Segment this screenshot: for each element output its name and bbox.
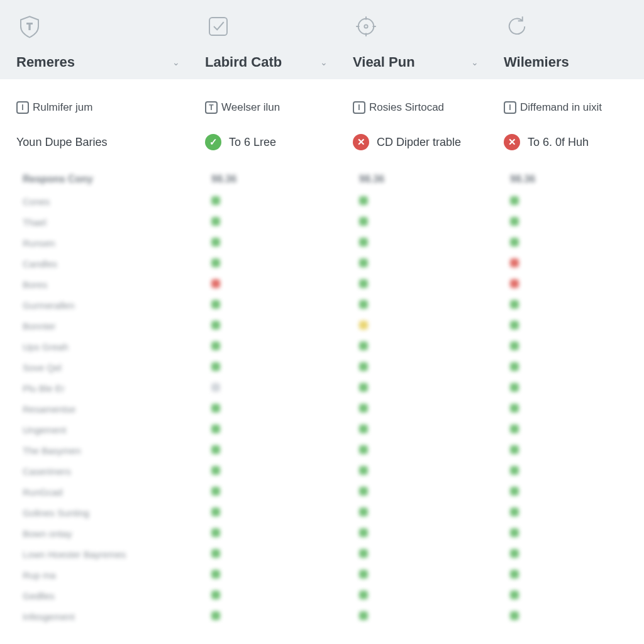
col-icon-1: [205, 13, 353, 40]
column-header-0[interactable]: Remeres ⌄: [16, 54, 205, 70]
feature-mark: [510, 300, 644, 311]
feature-mark: [211, 341, 359, 352]
cross-circle-icon: ✕: [504, 134, 520, 150]
table-row: RunGcad: [0, 482, 644, 502]
column-title: Vieal Pun: [353, 54, 415, 70]
chevron-down-icon: ⌄: [471, 57, 479, 67]
svg-point-3: [364, 25, 367, 28]
table-row: Thael: [0, 212, 644, 233]
status-ok-icon: [359, 341, 368, 350]
column-header-2[interactable]: Vieal Pun ⌄: [353, 54, 504, 70]
feature-label: Thael: [23, 217, 211, 228]
feature-label: Bown ontay: [23, 528, 211, 539]
feature-mark: [359, 258, 510, 269]
feature-mark: [211, 383, 359, 394]
status-text: To 6. 0f Huh: [528, 136, 589, 149]
feature-mark: [211, 217, 359, 228]
feature-mark: [510, 217, 644, 228]
status-ok-icon: [510, 466, 519, 475]
status-ok-icon: [510, 196, 519, 205]
status-ok-icon: [510, 238, 519, 247]
feature-mark: [359, 196, 510, 207]
feature-mark: [211, 196, 359, 207]
feature-mark: [359, 611, 510, 622]
feature-label: Bores: [23, 279, 211, 290]
feature-label: Cones: [23, 196, 211, 207]
status-ok-icon: [211, 238, 220, 247]
feature-mark: [510, 487, 644, 497]
feature-mark: [510, 549, 644, 560]
feature-mark: [359, 279, 510, 290]
feature-label: Lown Hoester Bayremes: [23, 549, 211, 560]
feature-label: Gedlles: [23, 591, 211, 601]
status-ok-icon: [211, 591, 220, 599]
feature-mark: [211, 528, 359, 539]
table-header-value: 98.36: [510, 174, 644, 185]
column-icon-row: T: [0, 8, 644, 45]
feature-mark: [359, 425, 510, 435]
status-ok-icon: [211, 404, 220, 413]
status-ok-icon: [359, 445, 368, 454]
svg-text:T: T: [27, 21, 33, 31]
info-text: Diffemand in uixit: [520, 101, 602, 114]
feature-mark: [510, 591, 644, 601]
status-ok-icon: [510, 611, 519, 620]
status-text: CD Dipder trable: [377, 136, 461, 149]
feature-mark: [359, 570, 510, 580]
status-ok-icon: [211, 466, 220, 475]
status-ok-icon: [359, 466, 368, 475]
column-info-0: I Rulmifer jum: [16, 101, 205, 114]
status-ok-icon: [211, 321, 220, 330]
column-title: Wilemiers: [504, 54, 569, 70]
status-ok-icon: [510, 362, 519, 371]
table-header-row: Respons Cony 98.36 98.36 98.36: [0, 167, 644, 191]
status-ok-icon: [359, 300, 368, 309]
status-ok-icon: [359, 383, 368, 392]
feature-mark: [211, 591, 359, 601]
col-icon-3: [504, 13, 644, 40]
column-header-1[interactable]: Labird Catb ⌄: [205, 54, 353, 70]
status-ok-icon: [211, 549, 220, 558]
feature-mark: [359, 300, 510, 311]
feature-mark: [510, 258, 644, 269]
table-row: Caserimers: [0, 461, 644, 482]
status-ok-icon: [211, 196, 220, 205]
column-info-2: I Rosies Sirtocad: [353, 101, 504, 114]
status-ok-icon: [510, 404, 519, 413]
status-ok-icon: [359, 570, 368, 579]
status-text: Youn Dupe Baries: [16, 136, 107, 149]
status-ok-icon: [211, 341, 220, 350]
status-ok-icon: [211, 611, 220, 620]
table-row: Resamentse: [0, 399, 644, 419]
status-ok-icon: [510, 383, 519, 392]
status-ok-icon: [359, 404, 368, 413]
feature-mark: [211, 570, 359, 580]
table-row: Ups Greah: [0, 336, 644, 357]
status-ok-icon: [359, 217, 368, 226]
feature-mark: [510, 445, 644, 456]
table-header-value: 98.36: [211, 174, 359, 185]
column-status-0: Youn Dupe Baries: [16, 136, 205, 149]
status-ok-icon: [510, 217, 519, 226]
feature-mark: [510, 321, 644, 331]
feature-mark: [510, 238, 644, 248]
column-status-2: ✕ CD Dipder trable: [353, 134, 504, 150]
status-ok-icon: [510, 487, 519, 496]
status-ok-icon: [359, 611, 368, 620]
table-row: Bown ontay: [0, 523, 644, 544]
feature-mark: [510, 570, 644, 580]
status-bad-icon: [510, 258, 519, 267]
table-row: Ungement: [0, 419, 644, 440]
feature-label: Resamentse: [23, 404, 211, 414]
info-badge-icon: I: [504, 101, 516, 114]
feature-mark: [510, 383, 644, 394]
status-ok-icon: [359, 238, 368, 247]
feature-mark: [359, 341, 510, 352]
feature-mark: [359, 528, 510, 539]
feature-mark: [359, 549, 510, 560]
feature-mark: [211, 425, 359, 435]
column-status-3: ✕ To 6. 0f Huh: [504, 134, 644, 150]
feature-mark: [359, 383, 510, 394]
status-none-icon: [211, 383, 220, 392]
feature-mark: [359, 445, 510, 456]
